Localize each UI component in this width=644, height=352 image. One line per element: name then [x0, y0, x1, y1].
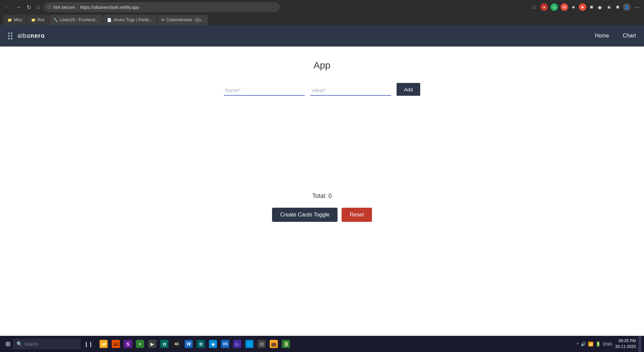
ext7-button[interactable]: ◆	[597, 3, 603, 11]
url-text: https://albanerotask.netlify.app	[80, 5, 139, 10]
back-button[interactable]: ←	[3, 3, 12, 11]
browser-chrome: ← → ↻ ⌂ ⓘ Not secure | https://albanerot…	[0, 0, 644, 25]
add-button[interactable]: Add	[397, 83, 421, 96]
value-input-group	[310, 85, 391, 96]
bookmark-icon-2: 📄	[107, 18, 112, 22]
folder-icon-res: 📁	[31, 18, 36, 22]
total-label: Total: 0	[312, 193, 332, 200]
bookmarks-bar: 📁 Misc 📁 Res 🔧 Listen2It - Frontend... 📄…	[0, 14, 644, 25]
brand-logo[interactable]: albanero	[8, 32, 45, 39]
bookmark-icon-3: ✉	[161, 18, 164, 22]
bookmark-icon-1: 🔧	[53, 18, 58, 22]
bookmark-res[interactable]: 📁 Res	[27, 15, 49, 25]
star-button[interactable]: ☆	[531, 3, 538, 11]
brand-dots-icon	[8, 32, 15, 39]
address-bar[interactable]: ⓘ Not secure | https://albanerotask.netl…	[44, 2, 280, 12]
bookmark-alvaro[interactable]: 📄 Alvaro Trigo | Portfo...	[103, 15, 157, 25]
ext2-button[interactable]: G	[551, 3, 558, 11]
bookmark-codeinterview-label: CodeInterview - Qu...	[166, 18, 204, 22]
not-secure-label: Not secure	[54, 5, 75, 10]
browser-toolbar-icons: ☆ ● G M ● ■ ■ ◆ ★ ■ 👤 ⋯	[531, 3, 641, 11]
nav-links: Home Chart	[595, 33, 636, 39]
browser-top-bar: ← → ↻ ⌂ ⓘ Not secure | https://albanerot…	[0, 0, 644, 14]
bookmark-misc-label: Misc	[14, 18, 22, 22]
reload-button[interactable]: ↻	[25, 3, 33, 11]
lock-icon: ⓘ	[48, 4, 52, 10]
bookmark-res-label: Res	[37, 18, 45, 22]
action-buttons: Create Cards Toggle Reset	[272, 208, 372, 222]
bookmark-codeinterview[interactable]: ✉ CodeInterview - Qu...	[157, 15, 208, 25]
ext5-button[interactable]: ■	[579, 3, 586, 11]
bookmark-misc[interactable]: 📁 Misc	[3, 15, 26, 25]
ext6-button[interactable]: ■	[589, 3, 594, 11]
ext8-button[interactable]: ★	[606, 3, 612, 11]
add-item-form: Add	[224, 83, 421, 96]
bookmark-listen2it[interactable]: 🔧 Listen2It - Frontend...	[49, 15, 102, 25]
url-separator: |	[77, 5, 78, 10]
brand-name: albanero	[18, 32, 45, 39]
main-content: App Add Total: 0 Create Cards Toggle Res…	[0, 47, 644, 235]
forward-button[interactable]: →	[14, 3, 23, 11]
ext3-button[interactable]: M	[561, 3, 568, 11]
ext4-button[interactable]: ●	[571, 3, 576, 11]
ext9-button[interactable]: ■	[615, 3, 620, 11]
page-title: App	[314, 60, 330, 71]
ext1-button[interactable]: ●	[540, 3, 548, 11]
name-input[interactable]	[224, 85, 305, 96]
profile-button[interactable]: 👤	[623, 3, 630, 11]
folder-icon-misc: 📁	[7, 18, 12, 22]
nav-home-link[interactable]: Home	[595, 33, 609, 39]
create-cards-toggle-button[interactable]: Create Cards Toggle	[272, 208, 338, 222]
nav-chart-link[interactable]: Chart	[623, 33, 636, 39]
app-navbar: albanero Home Chart	[0, 25, 644, 47]
more-button[interactable]: ⋯	[633, 3, 641, 11]
bookmark-alvaro-label: Alvaro Trigo | Portfo...	[113, 18, 153, 22]
brand-name-bold: nero	[30, 32, 45, 39]
bookmark-listen2it-label: Listen2It - Frontend...	[60, 18, 98, 22]
reset-button[interactable]: Reset	[342, 208, 372, 222]
name-input-group	[224, 85, 305, 96]
value-input[interactable]	[310, 85, 391, 96]
home-button[interactable]: ⌂	[35, 3, 42, 11]
